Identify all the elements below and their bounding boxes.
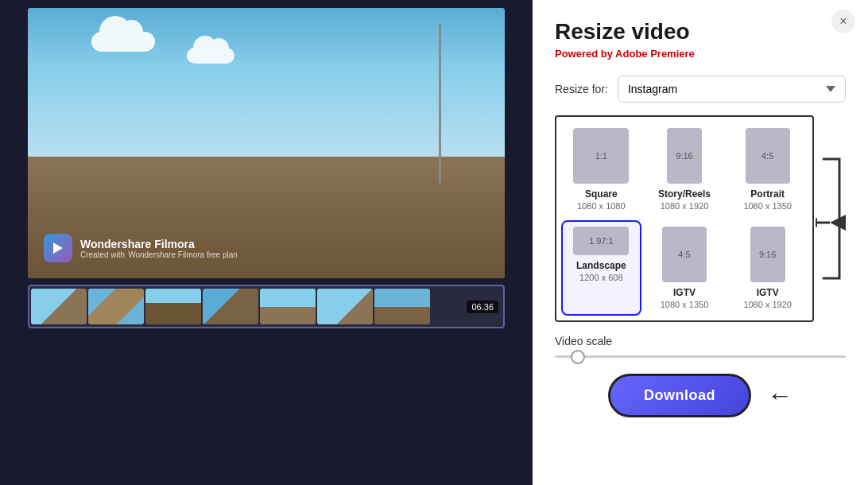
- format-dims-portrait: 1080 x 1350: [743, 201, 792, 211]
- format-dims-igtv-vertical: 1080 x 1920: [743, 300, 792, 309]
- close-button[interactable]: ×: [831, 10, 855, 33]
- format-preview-igtv-vertical: 9:16: [750, 227, 785, 282]
- svg-marker-3: [816, 218, 817, 227]
- format-preview-landscape: 1.97:1: [573, 227, 629, 255]
- bracket-arrow-container: [816, 155, 847, 282]
- format-ratio-igtv-portrait: 4:5: [678, 250, 690, 259]
- format-dims-story: 1080 x 1920: [661, 201, 709, 211]
- cloud-1: [91, 32, 155, 52]
- format-ratio-portrait: 4:5: [761, 151, 773, 161]
- panel-title: Resize video: [555, 19, 846, 45]
- video-preview: Wondershare Filmora Created with Wonders…: [28, 8, 505, 278]
- format-grid: 1:1 Square 1080 x 1080 9:16 Story/Reels …: [563, 123, 806, 314]
- watermark-brand: Wondershare: [80, 238, 151, 250]
- format-card-igtv-vertical[interactable]: 9:16 IGTV 1080 x 1920: [729, 222, 806, 314]
- format-card-igtv-portrait[interactable]: 4:5 IGTV 1080 x 1350: [646, 222, 723, 314]
- watermark-overlay: Wondershare Filmora Created with Wonders…: [44, 234, 238, 262]
- resize-for-dropdown[interactable]: Instagram YouTube Twitter Facebook TikTo…: [618, 76, 846, 103]
- watermark-plan: Wondershare Filmora free plan: [128, 250, 238, 259]
- resize-for-row: Resize for: Instagram YouTube Twitter Fa…: [555, 76, 846, 103]
- format-dims-square: 1080 x 1080: [577, 201, 626, 211]
- timeline-thumb-6: [317, 289, 373, 324]
- timeline: 06.36: [28, 285, 505, 328]
- watermark-text: Wondershare Filmora Created with Wonders…: [80, 238, 238, 259]
- download-arrow-icon: ←: [767, 381, 792, 410]
- mast: [439, 24, 441, 183]
- format-ratio-square: 1:1: [595, 151, 607, 161]
- timeline-thumb-2: [88, 289, 144, 324]
- timeline-thumb-1: [31, 289, 87, 324]
- download-area: Download ←: [555, 374, 846, 417]
- format-grid-wrapper: 1:1 Square 1080 x 1080 9:16 Story/Reels …: [555, 115, 814, 322]
- format-name-igtv-portrait: IGTV: [673, 287, 696, 298]
- format-preview-square: 1:1: [573, 128, 629, 184]
- panel-subtitle: Powered by Adobe Premiere: [555, 48, 846, 60]
- format-card-landscape[interactable]: 1.97:1 Landscape 1200 x 608: [563, 222, 640, 314]
- video-sky: [28, 8, 505, 157]
- format-name-portrait: Portrait: [750, 188, 785, 200]
- format-card-story[interactable]: 9:16 Story/Reels 1080 x 1920: [646, 123, 723, 215]
- format-preview-igtv-portrait: 4:5: [662, 227, 707, 282]
- watermark-subbrand: Filmora: [154, 238, 195, 250]
- svg-marker-1: [830, 215, 846, 231]
- format-ratio-story: 9:16: [676, 151, 692, 161]
- video-scale-label: Video scale: [555, 335, 846, 347]
- timeline-thumb-7: [374, 289, 430, 324]
- svg-marker-0: [53, 242, 63, 254]
- subtitle-brand: Adobe Premiere: [615, 48, 695, 60]
- format-dims-landscape: 1200 x 608: [579, 273, 622, 282]
- download-button[interactable]: Download: [608, 374, 751, 417]
- watermark-created: Created with: [80, 250, 125, 259]
- timeline-thumb-4: [203, 289, 258, 324]
- format-ratio-igtv-vertical: 9:16: [759, 250, 776, 259]
- resize-for-label: Resize for:: [555, 83, 608, 95]
- format-ratio-landscape: 1.97:1: [589, 236, 614, 246]
- format-dims-igtv-portrait: 1080 x 1350: [661, 300, 709, 309]
- format-preview-story: 9:16: [667, 128, 702, 184]
- scale-thumb[interactable]: [571, 350, 585, 364]
- scale-track: [555, 355, 846, 358]
- format-preview-portrait: 4:5: [746, 128, 790, 184]
- format-name-story: Story/Reels: [658, 188, 711, 200]
- format-card-portrait[interactable]: 4:5 Portrait 1080 x 1350: [729, 123, 806, 215]
- left-panel: Wondershare Filmora Created with Wonders…: [0, 0, 533, 485]
- subtitle-prefix: Powered by: [555, 48, 615, 60]
- bracket-svg: [816, 155, 847, 282]
- filmora-icon: [44, 234, 72, 262]
- format-card-square[interactable]: 1:1 Square 1080 x 1080: [563, 123, 640, 215]
- timeline-thumb-3: [145, 289, 201, 324]
- timeline-thumb-5: [260, 289, 316, 324]
- format-name-square: Square: [585, 188, 618, 200]
- cloud-2: [187, 48, 234, 64]
- timecode-badge: 06.36: [467, 301, 498, 313]
- format-name-landscape: Landscape: [576, 260, 626, 271]
- format-name-igtv-vertical: IGTV: [757, 287, 779, 298]
- scale-slider-container[interactable]: [555, 355, 846, 358]
- right-panel: × Resize video Powered by Adobe Premiere…: [533, 0, 868, 485]
